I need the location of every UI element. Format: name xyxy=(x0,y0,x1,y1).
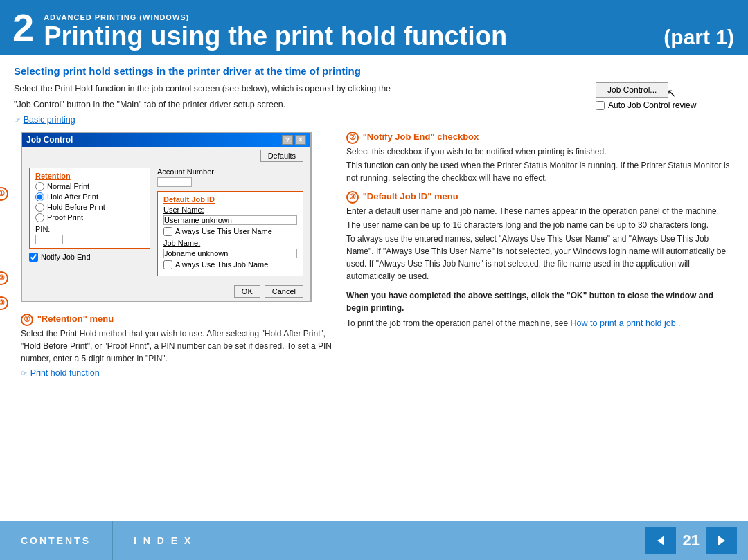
cancel-button[interactable]: Cancel xyxy=(265,285,303,298)
svg-marker-1 xyxy=(718,536,725,545)
print-hold-link[interactable]: Print hold function xyxy=(30,368,100,378)
always-job-checkbox[interactable] xyxy=(163,260,172,269)
page-number: 21 xyxy=(683,532,700,550)
circle-2-inline: ② xyxy=(346,132,359,144)
next-arrow-icon xyxy=(715,534,728,547)
proof-print-radio[interactable]: Proof Print xyxy=(35,213,144,222)
dialog-titlebar-buttons: ? ✕ xyxy=(282,135,306,145)
bold-notice: When you have completed the above settin… xyxy=(346,289,734,330)
circle-1-inline: ① xyxy=(21,314,33,326)
notify-desc-2: This function can only be used when the … xyxy=(346,159,734,184)
dialog-titlebar: Job Control ? ✕ xyxy=(22,133,310,147)
prev-page-button[interactable] xyxy=(645,527,676,554)
right-column: ② "Notify Job End" checkbox Select this … xyxy=(346,132,734,378)
account-input[interactable] xyxy=(157,177,192,187)
always-user-checkbox[interactable] xyxy=(163,227,172,236)
footer-index-button[interactable]: I N D E X xyxy=(113,521,213,560)
header-part: (part 1) xyxy=(664,6,748,49)
notify-job-end-checkbox[interactable] xyxy=(29,253,38,262)
pin-row: PIN: xyxy=(35,225,144,244)
two-column-layout: ① ② ③ Job Control ? ✕ xyxy=(14,132,734,378)
next-page-button[interactable] xyxy=(706,527,737,554)
print-hold-link-row: ☞ Print hold function xyxy=(21,368,332,378)
job-control-dialog: Job Control ? ✕ Defaults Retent xyxy=(21,132,312,302)
intro-text-2: "Job Control" button in the "Main" tab o… xyxy=(14,98,575,111)
dialog-body: Retention Normal Print Hold After Print … xyxy=(22,162,310,282)
dialog-container: ① ② ③ Job Control ? ✕ xyxy=(14,132,332,378)
circle-2: ② xyxy=(0,271,8,285)
intro-row: Select the Print Hold function in the jo… xyxy=(14,82,734,125)
footer-nav: 21 xyxy=(645,527,748,554)
dialog-close-button[interactable]: ✕ xyxy=(295,135,306,145)
retention-radio-group: Normal Print Hold After Print Hold Befor… xyxy=(35,182,144,222)
normal-print-radio[interactable]: Normal Print xyxy=(35,182,144,191)
intro-right: Job Control... ↖ Auto Job Control review xyxy=(596,82,734,110)
auto-job-control-checkbox[interactable] xyxy=(596,101,605,110)
dialog-ok-cancel: OK Cancel xyxy=(22,282,310,301)
circle-3-inline: ③ xyxy=(346,191,359,204)
main-content: Selecting print hold settings in the pri… xyxy=(0,55,748,378)
always-user-row: Always Use This User Name xyxy=(163,227,297,236)
user-name-label: User Name: xyxy=(163,206,297,214)
annotation-3-desc: ③ "Default Job ID" menu Enter a default … xyxy=(346,191,734,282)
hold-after-radio[interactable]: Hold After Print xyxy=(35,192,144,201)
section-heading: Selecting print hold settings in the pri… xyxy=(14,65,734,77)
header-subtitle: ADVANCED PRINTING (WINDOWS) xyxy=(44,6,664,21)
header-title-area: ADVANCED PRINTING (WINDOWS) Printing usi… xyxy=(44,6,664,49)
dialog-title: Job Control xyxy=(26,135,73,145)
job-control-button[interactable]: Job Control... ↖ xyxy=(596,82,668,98)
hold-before-radio[interactable]: Hold Before Print xyxy=(35,203,144,212)
dialog-left-panel: Retention Normal Print Hold After Print … xyxy=(29,168,150,276)
footer-contents-button[interactable]: CONTENTS xyxy=(0,521,113,560)
cursor-arrow-icon: ↖ xyxy=(667,87,676,100)
retention-desc-text: Select the Print Hold method that you wi… xyxy=(21,327,332,365)
defaults-button[interactable]: Defaults xyxy=(260,150,303,162)
ok-button[interactable]: OK xyxy=(234,285,260,298)
dialog-defaults-row: Defaults xyxy=(22,147,310,162)
account-label: Account Number: xyxy=(157,168,303,176)
footer: CONTENTS I N D E X 21 xyxy=(0,521,748,560)
annotation-1-desc: ① "Retention" menu Select the Print Hold… xyxy=(21,314,332,378)
pin-input[interactable] xyxy=(35,235,63,244)
intro-text-1: Select the Print Hold function in the jo… xyxy=(14,82,575,96)
notify-row: Notify Job End xyxy=(29,253,150,262)
annotation-3: ③ xyxy=(0,296,8,310)
page-header: 2 ADVANCED PRINTING (WINDOWS) Printing u… xyxy=(0,0,748,55)
dialog-right-panel: Account Number: Default Job ID User Name… xyxy=(157,168,303,276)
header-title: Printing using the print hold function xyxy=(44,23,664,49)
retention-desc-title: ① "Retention" menu xyxy=(21,314,332,326)
link-icon: ☞ xyxy=(14,116,21,124)
retention-label: Retention xyxy=(35,172,144,180)
default-job-desc-2: The user name can be up to 16 characters… xyxy=(346,219,734,231)
circle-3: ③ xyxy=(0,296,8,310)
job-name-input[interactable] xyxy=(163,249,297,258)
always-job-row: Always Use This Job Name xyxy=(163,260,297,269)
left-column: ① ② ③ Job Control ? ✕ xyxy=(14,132,332,378)
how-to-print-link[interactable]: How to print a print hold job xyxy=(571,318,676,328)
notify-desc-1: Select this checkbox if you wish to be n… xyxy=(346,145,734,158)
prev-arrow-icon xyxy=(654,534,667,547)
job-name-label: Job Name: xyxy=(163,239,297,247)
auto-job-row: Auto Job Control review xyxy=(596,100,734,110)
intro-left: Select the Print Hold function in the jo… xyxy=(14,82,596,125)
default-job-label: Default Job ID xyxy=(163,195,297,204)
retention-box: Retention Normal Print Hold After Print … xyxy=(29,168,150,249)
circle-1: ① xyxy=(0,187,8,201)
annotation-2-desc: ② "Notify Job End" checkbox Select this … xyxy=(346,132,734,184)
user-name-input[interactable] xyxy=(163,215,297,225)
chapter-number: 2 xyxy=(0,0,44,55)
basic-printing-link[interactable]: Basic printing xyxy=(24,115,75,125)
annotation-2: ② xyxy=(0,271,8,285)
print-job-text: To print the job from the operation pane… xyxy=(346,317,734,330)
svg-marker-0 xyxy=(657,536,664,545)
default-job-desc-1: Enter a default user name and job name. … xyxy=(346,205,734,217)
annotation-1: ① xyxy=(0,187,8,201)
print-hold-link-icon: ☞ xyxy=(21,369,28,377)
dialog-help-button[interactable]: ? xyxy=(282,135,293,145)
basic-printing-link-row: ☞ Basic printing xyxy=(14,114,575,125)
default-job-desc-3: To always use the entered names, select … xyxy=(346,233,734,282)
default-job-box: Default Job ID User Name: Always Use Thi… xyxy=(157,191,303,276)
